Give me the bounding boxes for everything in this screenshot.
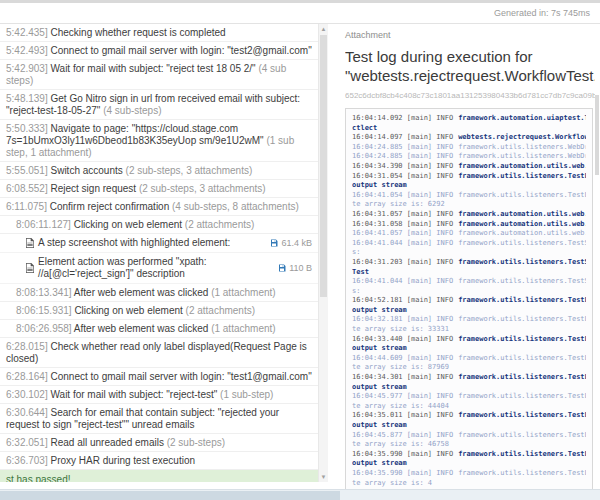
log-message: framework.automation.utils.web.DriverWeb… [458, 162, 586, 170]
test-step-row[interactable]: 8:08:13.341] After web element was click… [0, 284, 318, 302]
attachment-title-line1: Test log during execution for [345, 47, 595, 66]
test-step-row[interactable]: 8:06:15.931] Clicking on web element (2 … [0, 302, 318, 320]
test-passed-label: st has passed! [6, 474, 70, 482]
test-step-row[interactable]: 6:30.644] Search for email that contain … [0, 404, 318, 434]
log-message: framework.automation.uiaptest.TestBase -… [458, 114, 586, 122]
log-message: framework.automation.utils.web.DriverWeb… [458, 220, 586, 228]
step-timestamp: 5:42.903] [6, 63, 48, 74]
horizontal-scrollbar[interactable] [0, 489, 600, 500]
log-entry: 16:04:41.044 [main] INFOframework.utils.… [352, 277, 586, 296]
log-message-continuation: te array size is: 33331 [352, 325, 586, 335]
log-message: framework.utils.listeners.WebDriverListe… [458, 143, 586, 151]
test-step-row[interactable]: 6:11.075] Confirm reject confirmation (4… [0, 198, 318, 216]
generated-in-label: Generated in: 7s 745ms [494, 8, 590, 18]
test-passed-banner: st has passed! [0, 470, 318, 482]
log-message: framework.utils.listeners.WebDriverListe… [458, 152, 586, 160]
file-icon [26, 238, 34, 248]
test-step-row[interactable]: 5:42.903] Wait for mail with subject: "r… [0, 60, 318, 90]
log-message: framework.utils.listeners.TestListenerUt… [458, 296, 586, 304]
step-title: Wait for mail with subject: "reject test… [51, 63, 256, 74]
step-timestamp: 5:42.435] [6, 27, 48, 38]
steps-scrollbar[interactable]: ▲ ▼ [318, 24, 328, 482]
log-entry: 16:04:35.990 [main] INFOframework.utils.… [352, 450, 586, 469]
step-title: Confirm reject confirmation [50, 201, 169, 212]
test-step-row[interactable]: 5:55.051] Switch accounts (2 sub-steps, … [0, 162, 318, 180]
log-message-continuation: s: [352, 248, 586, 258]
test-step-row[interactable]: 8:06:11.127] Clicking on web element (2 … [0, 216, 318, 234]
step-title: Wait for mail with subject: "reject-test… [51, 389, 218, 400]
log-message-continuation: output stream [352, 459, 586, 469]
attachment-name: Element action was performed "xpath: //a… [38, 256, 274, 280]
attachment-list-item[interactable]: A step screenshot with highlighted eleme… [0, 234, 318, 253]
log-message: framework.utils.listeners.TestStatusList… [458, 258, 586, 266]
log-timestamp: 16:04:34.390 [main] INFO [352, 162, 453, 170]
log-message: framework.utils.listeners.TestListenerUt… [458, 335, 586, 343]
scrollbar-thumb[interactable] [320, 35, 327, 297]
log-entry: 16:04:41.057 [main] INFOframework.automa… [352, 229, 586, 239]
step-substep-count: (1 sub-step) [220, 389, 273, 400]
log-message-continuation: output stream [352, 181, 586, 191]
test-step-row[interactable]: 6:30.102] Wait for mail with subject: "r… [0, 386, 318, 404]
attachment-title-line2: "webtests.rejectrequest.WorkflowTest.rej… [345, 66, 595, 85]
test-log-viewer: 16:04:14.092 [main] INFOframework.automa… [345, 108, 593, 490]
attachment-size: 110 B [289, 262, 312, 274]
attachment-scrollbar-thumb[interactable] [595, 95, 599, 175]
log-entry: 16:04:31.054 [main] INFOframework.utils.… [352, 172, 586, 191]
step-title: Read all unreaded emails [51, 437, 164, 448]
horizontal-scrollbar-thumb[interactable] [0, 491, 340, 500]
test-step-row[interactable]: 6:28.164] Connect to gmail mail server w… [0, 368, 318, 386]
attachment-size: 61.4 kB [281, 237, 312, 249]
step-timestamp: 6:32.051] [6, 437, 48, 448]
test-step-row[interactable]: 8:06:26.958] After web element was click… [0, 320, 318, 338]
log-entry: 16:04:24.885 [main] INFOframework.utils.… [352, 143, 586, 153]
scroll-down-arrow[interactable]: ▼ [319, 472, 328, 482]
scroll-up-arrow[interactable]: ▲ [319, 24, 328, 34]
test-step-row[interactable]: 5:50.333] Navigate to page: "https://clo… [0, 120, 318, 162]
attachment-list-item[interactable]: Element action was performed "xpath: //a… [0, 253, 318, 284]
log-timestamp: 16:04:35.990 [main] INFO [352, 469, 453, 477]
log-message: framework.utils.listeners.TestListenerUt… [458, 373, 586, 381]
log-timestamp: 16:04:41.044 [main] INFO [352, 277, 453, 285]
log-message-continuation: ctlect [352, 124, 586, 134]
log-message-continuation: output stream [352, 306, 586, 316]
log-message: framework.utils.listeners.TestStatusList… [458, 239, 586, 247]
step-timestamp: 6:36.703] [6, 455, 48, 466]
log-entry: 16:04:31.057 [main] INFOframework.automa… [352, 210, 586, 220]
log-timestamp: 16:04:14.092 [main] INFO [352, 114, 453, 122]
log-message-continuation: s: [352, 287, 586, 297]
log-entry: 16:04:33.440 [main] INFOframework.utils.… [352, 335, 586, 354]
log-entry: 16:04:41.044 [main] INFOframework.utils.… [352, 239, 586, 258]
download-icon[interactable] [270, 239, 278, 247]
step-timestamp: 6:30.102] [6, 389, 48, 400]
log-timestamp: 16:04:45.977 [main] INFO [352, 392, 453, 400]
log-timestamp: 16:04:44.609 [main] INFO [352, 354, 453, 362]
step-timestamp: 5:42.493] [6, 45, 48, 56]
log-timestamp: 16:04:31.203 [main] INFO [352, 258, 453, 266]
log-message-continuation: te array size is: 46758 [352, 440, 586, 450]
test-step-row[interactable]: 6:28.015] Check whether read only label … [0, 338, 318, 368]
step-timestamp: 5:55.051] [6, 165, 48, 176]
step-title: Reject sign request [51, 183, 137, 194]
test-step-row[interactable]: 6:36.703] Proxy HAR during test executio… [0, 452, 318, 470]
step-title: Connect to gmail mail server with login:… [51, 371, 312, 382]
file-icon [26, 263, 34, 273]
step-title: Clicking on web element [74, 305, 182, 316]
step-substep-count: (2 sub-steps, 3 attachments) [126, 165, 253, 176]
log-message: framework.utils.listeners.TestListenerUt… [458, 191, 586, 199]
log-timestamp: 16:04:31.054 [main] INFO [352, 172, 453, 180]
test-step-row[interactable]: 6:32.051] Read all unreaded emails (2 su… [0, 434, 318, 452]
download-icon[interactable] [278, 264, 286, 272]
test-step-row[interactable]: 6:08.552] Reject sign request (2 sub-ste… [0, 180, 318, 198]
log-message-continuation: te array size is: 87969 [352, 363, 586, 373]
log-timestamp: 16:04:14.097 [main] INFO [352, 133, 453, 141]
report-header: Generated in: 7s 745ms [0, 3, 600, 24]
attachment-section-label: Attachment [345, 30, 595, 40]
test-step-row[interactable]: 5:42.493] Connect to gmail mail server w… [0, 42, 318, 60]
test-step-row[interactable]: 5:42.435] Checking whether request is co… [0, 24, 318, 42]
step-title: After web element was clicked [74, 287, 209, 298]
log-timestamp: 16:04:41.057 [main] INFO [352, 229, 453, 237]
step-substep-count: (1 attachment) [211, 323, 275, 334]
test-step-row[interactable]: 5:48.139] Get Go Nitro sign in url from … [0, 90, 318, 120]
log-message: framework.utils.listeners.TestListenerUt… [458, 315, 586, 323]
step-timestamp: 6:28.164] [6, 371, 48, 382]
